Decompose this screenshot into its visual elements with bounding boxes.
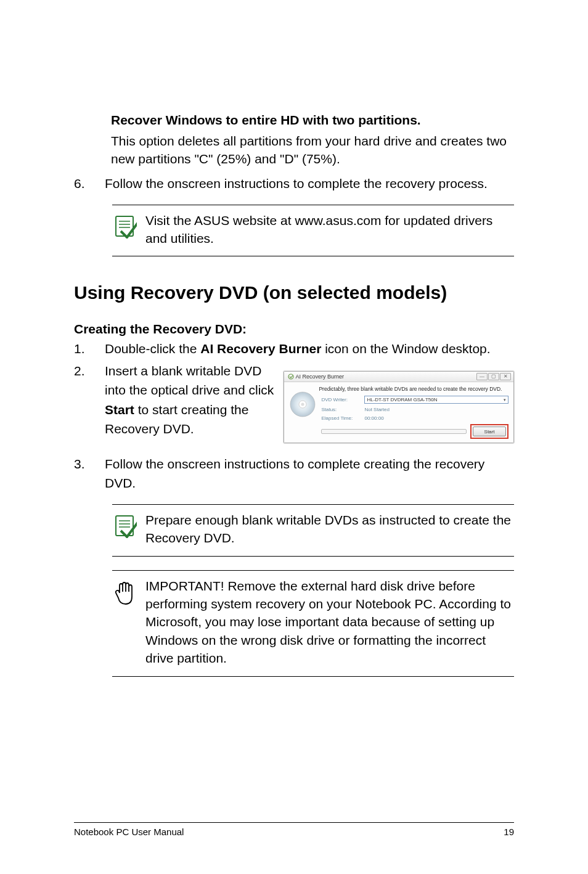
hand-stop-icon — [112, 579, 137, 606]
option-body: This option deletes all partitions from … — [111, 133, 514, 168]
disc-icon — [289, 386, 316, 423]
page-content: Recover Windows to entire HD with two pa… — [74, 111, 514, 677]
status-row: Status: Not Started — [321, 407, 508, 412]
dropdown-icon: ▾ — [504, 396, 506, 403]
step-2: 2. Insert a blank writable DVD into the … — [74, 361, 276, 443]
step-2-bold: Start — [105, 402, 134, 417]
dvd-writer-row: DVD Writer: HL-DT-ST DVDRAM GSA-T50N ▾ — [321, 396, 508, 404]
note-box-website: Visit the ASUS website at www.asus.com f… — [112, 205, 514, 257]
ai-titlebar: AI Recovery Burner — ▢ ✕ — [284, 372, 513, 382]
note-icon — [112, 511, 145, 547]
step-1-text: Double-click the AI Recovery Burner icon… — [105, 339, 514, 359]
start-button[interactable]: Start — [473, 427, 506, 436]
step-6-text: Follow the onscreen instructions to comp… — [105, 174, 514, 194]
step-1-num: 1. — [74, 339, 105, 359]
progress-row: Start — [321, 424, 508, 439]
ai-description: Predictably, three blank writable DVDs a… — [319, 386, 508, 392]
dvd-writer-select[interactable]: HL-DT-ST DVDRAM GSA-T50N ▾ — [364, 396, 508, 404]
elapsed-row: Elapsed Time: 00:00:00 — [321, 415, 508, 421]
step-1-bold: AI Recovery Burner — [200, 341, 321, 356]
ai-recovery-window: AI Recovery Burner — ▢ ✕ — [284, 371, 514, 443]
status-label: Status: — [321, 407, 364, 412]
step-6: 6. Follow the onscreen instructions to c… — [74, 174, 514, 194]
step-2-text: Insert a blank writable DVD into the opt… — [105, 361, 276, 443]
option-block: Recover Windows to entire HD with two pa… — [74, 111, 514, 168]
note-dvds-text: Prepare enough blank writable DVDs as in… — [145, 511, 514, 547]
step-1-post: icon on the Window desktop. — [321, 341, 490, 356]
window-buttons: — ▢ ✕ — [476, 373, 511, 380]
ai-body: Predictably, three blank writable DVDs a… — [284, 382, 513, 443]
note-website-text: Visit the ASUS website at www.asus.com f… — [145, 211, 514, 248]
note-icon — [112, 211, 145, 248]
minimize-icon[interactable]: — — [476, 373, 488, 380]
step-6-num: 6. — [74, 174, 105, 194]
progress-bar — [321, 429, 467, 434]
svg-point-7 — [301, 402, 304, 406]
step-1: 1. Double-click the AI Recovery Burner i… — [74, 339, 514, 359]
page-footer: Notebook PC User Manual 19 — [74, 822, 514, 837]
footer-left: Notebook PC User Manual — [74, 827, 184, 837]
dvd-writer-label: DVD Writer: — [321, 397, 364, 402]
option-header: Recover Windows to entire HD with two pa… — [111, 111, 514, 129]
clipboard-check-icon — [112, 214, 137, 239]
maximize-icon[interactable]: ▢ — [488, 373, 499, 380]
ai-title-left: AI Recovery Burner — [288, 374, 344, 380]
page-number: 19 — [504, 827, 514, 837]
close-icon[interactable]: ✕ — [500, 373, 511, 380]
dvd-writer-value: HL-DT-ST DVDRAM GSA-T50N — [367, 396, 437, 403]
ai-title-text: AI Recovery Burner — [295, 374, 344, 380]
note-box-important: IMPORTANT! Remove the external hard disk… — [112, 570, 514, 677]
ai-app-icon — [288, 374, 294, 380]
start-button-highlight: Start — [470, 424, 508, 439]
note-icon — [112, 577, 145, 668]
step-3: 3. Follow the onscreen instructions to c… — [74, 454, 514, 493]
clipboard-check-icon — [112, 513, 137, 538]
note-box-dvds: Prepare enough blank writable DVDs as in… — [112, 504, 514, 557]
elapsed-label: Elapsed Time: — [321, 415, 364, 421]
step-2-num: 2. — [74, 361, 105, 443]
step-2-pre: Insert a blank writable DVD into the opt… — [105, 364, 274, 398]
step-3-num: 3. — [74, 454, 105, 493]
status-value: Not Started — [364, 407, 389, 412]
ai-fields: Predictably, three blank writable DVDs a… — [321, 386, 508, 439]
note-important-text: IMPORTANT! Remove the external hard disk… — [145, 577, 514, 668]
ai-recovery-screenshot: AI Recovery Burner — ▢ ✕ — [284, 371, 514, 443]
sub-heading: Creating the Recovery DVD: — [74, 322, 514, 337]
section-heading: Using Recovery DVD (on selected models) — [74, 282, 514, 303]
elapsed-value: 00:00:00 — [364, 415, 383, 421]
step-1-pre: Double-click the — [105, 341, 200, 356]
step-2-row: 2. Insert a blank writable DVD into the … — [74, 361, 514, 443]
step-3-text: Follow the onscreen instructions to comp… — [105, 454, 514, 493]
